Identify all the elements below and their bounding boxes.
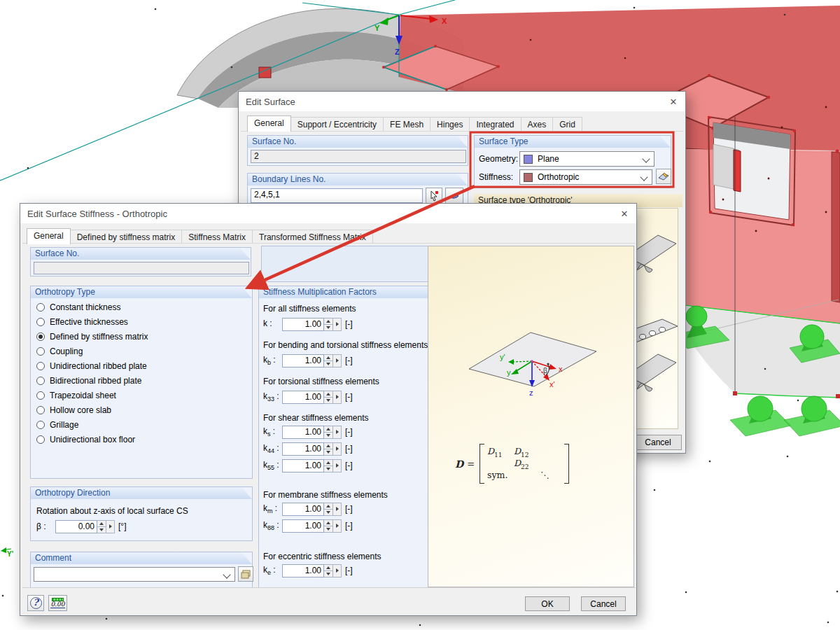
factor-symbol: ke : [263, 565, 282, 576]
factor-row-ks: ks : 1.00 [-] [263, 425, 353, 439]
spinner-expand[interactable] [333, 442, 342, 456]
select-lasso-icon [449, 192, 460, 200]
comment-presets-button[interactable] [238, 566, 253, 582]
factor-input[interactable]: 1.00 [282, 519, 324, 533]
tab-general[interactable]: General [27, 228, 71, 244]
spinner[interactable] [324, 391, 333, 404]
tab-general[interactable]: General [247, 115, 291, 132]
tab-grid[interactable]: Grid [552, 117, 582, 132]
factor-input[interactable]: 1.00 [282, 354, 324, 368]
radio-label[interactable]: Bidirectional ribbed plate [50, 376, 141, 386]
stiffness-select[interactable]: Orthotropic [519, 169, 652, 185]
factor-symbol: km : [263, 503, 282, 514]
pick-lines-button[interactable] [426, 188, 442, 204]
spinner[interactable] [324, 354, 333, 368]
factor-heading: For torsional stiffness elements [263, 377, 379, 386]
radio-constant-thickness[interactable] [36, 303, 45, 312]
spinner[interactable] [324, 503, 333, 516]
tab-stiffness-matrix[interactable]: Stiffness Matrix [181, 230, 253, 244]
radio-label[interactable]: Defined by stiffness matrix [50, 332, 148, 342]
radio-grillage[interactable] [36, 421, 45, 429]
factor-symbol: k33 : [263, 391, 282, 402]
factor-input[interactable]: 1.00 [282, 503, 324, 516]
surface-no-input[interactable]: 2 [251, 150, 466, 163]
spinner[interactable] [324, 318, 333, 331]
factor-row-k33: k33 : 1.00 [-] [263, 390, 353, 404]
radio-bidirectional-ribbed-plate[interactable] [36, 377, 45, 385]
spinner-expand[interactable] [333, 426, 342, 439]
spinner[interactable] [324, 519, 333, 533]
spinner-expand[interactable] [333, 503, 342, 516]
beta-input[interactable]: 0.00 [55, 520, 97, 533]
edit-surface-stiffness-icon [658, 172, 669, 181]
spinner-expand[interactable] [333, 519, 342, 533]
factor-input[interactable]: 1.00 [282, 426, 324, 439]
spinner-expand[interactable] [106, 520, 115, 533]
svg-text:x: x [559, 365, 563, 373]
geometry-select[interactable]: Plane [519, 151, 654, 167]
edit-surface-titlebar[interactable]: Edit Surface ✕ [239, 92, 685, 111]
spinner[interactable] [324, 442, 333, 456]
factor-unit: [-] [345, 392, 353, 402]
factor-input[interactable]: 1.00 [282, 564, 324, 578]
radio-defined-by-stiffness-matrix[interactable] [36, 332, 45, 341]
surface-no-header: Surface No. [248, 136, 468, 148]
radio-label[interactable]: Effective thicknesses [50, 317, 128, 327]
spinner-expand[interactable] [333, 564, 342, 578]
cancel-button[interactable]: Cancel [581, 596, 626, 611]
factor-input[interactable]: 1.00 [282, 391, 324, 404]
radio-label[interactable]: Unidirectional ribbed plate [50, 361, 147, 371]
cancel-button[interactable]: Cancel [634, 435, 682, 450]
close-icon[interactable]: ✕ [662, 92, 685, 111]
tab-hinges[interactable]: Hinges [430, 117, 470, 132]
ok-button[interactable]: OK [525, 596, 570, 611]
radio-label[interactable]: Coupling [50, 346, 83, 356]
edit-stiffness-button[interactable] [656, 169, 671, 184]
radio-trapezoidal-sheet[interactable] [36, 391, 45, 400]
tab-integrated[interactable]: Integrated [469, 117, 521, 132]
spinner[interactable] [97, 520, 106, 533]
stiffness-titlebar[interactable]: Edit Surface Stiffness - Orthotropic ✕ [20, 204, 636, 223]
units-decimal-places-button[interactable]: 0.00 [48, 595, 67, 611]
spinner-expand[interactable] [333, 391, 342, 404]
tab-defined-by-stiffness-matrix[interactable]: Defined by stiffness matrix [70, 230, 183, 244]
close-icon[interactable]: ✕ [612, 204, 636, 223]
factor-input[interactable]: 1.00 [282, 459, 324, 472]
factor-input[interactable]: 1.00 [282, 318, 324, 331]
radio-hollow-core-slab[interactable] [36, 406, 45, 414]
surface-no-input[interactable] [34, 262, 249, 274]
factor-heading: For eccentric stiffness elements [263, 552, 382, 561]
factor-row-k44: k44 : 1.00 [-] [263, 442, 353, 456]
spinner[interactable] [324, 426, 333, 439]
radio-unidirectional-box-floor[interactable] [36, 435, 45, 444]
spinner[interactable] [324, 564, 333, 578]
spinner-expand[interactable] [333, 354, 342, 368]
spinner[interactable] [324, 459, 333, 472]
comment-presets-icon [241, 570, 251, 579]
radio-effective-thicknesses[interactable] [36, 318, 45, 326]
geometry-value: Plane [538, 154, 559, 164]
tab-transformed-stiffness-matrix[interactable]: Transformed Stiffness Matrix [252, 230, 373, 244]
radio-label[interactable]: Unidirectional box floor [50, 435, 135, 444]
spinner-expand[interactable] [333, 318, 342, 331]
multi-select-button[interactable] [445, 188, 463, 204]
tab-axes[interactable]: Axes [521, 117, 554, 132]
spinner-expand[interactable] [333, 459, 342, 472]
matrix-lhs: D [455, 458, 463, 470]
radio-label[interactable]: Trapezoidal sheet [50, 391, 116, 400]
factor-input[interactable]: 1.00 [282, 442, 324, 456]
comment-combobox[interactable] [34, 567, 235, 582]
tab-fe-mesh[interactable]: FE Mesh [383, 117, 430, 132]
radio-label[interactable]: Hollow core slab [50, 405, 111, 415]
boundary-lines-input[interactable]: 2,4,5,1 [251, 188, 423, 203]
help-button[interactable]: ? [27, 595, 44, 611]
tab-support-eccentricity[interactable]: Support / Eccentricity [290, 117, 384, 132]
radio-unidirectional-ribbed-plate[interactable] [36, 362, 45, 370]
matrix-bracket-right [564, 444, 569, 484]
radio-label[interactable]: Grillage [50, 420, 78, 430]
factor-unit: [-] [345, 504, 353, 514]
radio-label[interactable]: Constant thickness [50, 302, 120, 312]
support-glyph [730, 396, 791, 436]
stiffness-label: Stiffness: [479, 172, 513, 182]
radio-coupling[interactable] [36, 347, 45, 356]
